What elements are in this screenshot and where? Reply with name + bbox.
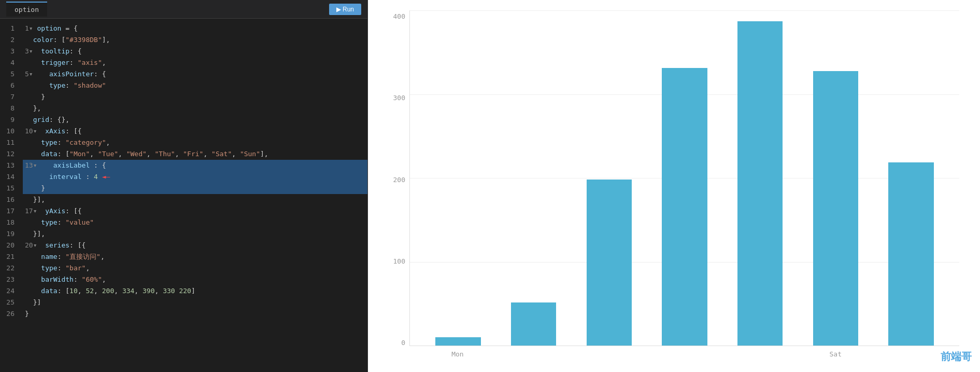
y-label-300: 300 (393, 94, 405, 101)
bar-group-sat (798, 13, 874, 346)
bar-mon (435, 337, 480, 346)
bar-sun (888, 162, 933, 346)
x-label-group-fri (722, 346, 798, 362)
bar-group-mon (420, 13, 496, 346)
code-line-14: interval : 4 ◄— (23, 171, 367, 183)
code-line-18: type: "value" (23, 217, 367, 228)
bar-fri (737, 21, 783, 346)
y-label-200: 200 (393, 176, 405, 183)
code-line-3: 3▾ tooltip: { (23, 46, 367, 57)
code-line-4: trigger: "axis", (23, 57, 367, 68)
bar-group-thu (647, 13, 722, 346)
code-editor: option ▶ Run 123456789101112131415161718… (0, 0, 368, 372)
x-label-group-thu (647, 346, 722, 362)
code-line-16: }], (23, 194, 367, 205)
x-label-group-sat: Sat (798, 346, 873, 362)
x-label-sat: Sat (829, 350, 841, 358)
code-line-9: grid: {}, (23, 114, 367, 126)
code-line-7: } (23, 91, 367, 103)
x-axis: MonSat (409, 346, 959, 362)
code-line-11: type: "category", (23, 137, 367, 148)
code-line-21: name: "直接访问", (23, 251, 367, 263)
code-line-6: type: "shadow" (23, 80, 367, 91)
code-line-13: 13▾ axisLabel : { (23, 160, 367, 171)
code-line-17: 17▾ yAxis: [{ (23, 205, 367, 217)
watermark: 前端哥 (941, 350, 972, 364)
bars-area (409, 10, 959, 346)
code-line-8: }, (23, 103, 367, 114)
code-line-25: }] (23, 297, 367, 308)
code-line-20: 20▾ series: [{ (23, 240, 367, 251)
x-label-mon: Mon (451, 350, 463, 358)
chart-area: 4003002001000 MonSat (384, 10, 959, 362)
x-label-group-sun (873, 346, 949, 362)
code-body: 1234567891011121314151617181920212223242… (0, 19, 367, 372)
bar-wed (587, 180, 632, 346)
code-line-1: 1▾ option = { (23, 23, 367, 34)
code-content[interactable]: 1▾ option = { color: ["#3398DB"],3▾ tool… (19, 19, 367, 372)
bar-group-fri (722, 13, 798, 346)
bar-group-sun (873, 13, 949, 346)
bars-wrapper (410, 10, 959, 346)
bar-sat (813, 71, 858, 346)
code-line-23: barWidth: "60%", (23, 274, 367, 285)
code-line-15: } (23, 183, 367, 194)
x-label-group-mon: Mon (420, 346, 495, 362)
bar-group-wed (571, 13, 647, 346)
y-label-0: 0 (401, 339, 405, 346)
code-line-26: } (23, 308, 367, 320)
code-line-5: 5▾ axisPointer: { (23, 68, 367, 80)
code-line-24: data: [10, 52, 200, 334, 390, 330 220] (23, 285, 367, 297)
run-button[interactable]: ▶ Run (329, 4, 361, 15)
bar-tue (511, 302, 556, 346)
code-line-22: type: "bar", (23, 263, 367, 274)
code-line-19: }], (23, 228, 367, 240)
tab-label: option (15, 6, 39, 13)
x-label-group-wed (571, 346, 647, 362)
y-axis: 4003002001000 (384, 10, 409, 362)
chart-panel: 4003002001000 MonSat 前端哥 (368, 0, 980, 372)
bar-thu (662, 68, 707, 346)
editor-tab[interactable]: option (6, 2, 47, 17)
chart-inner: MonSat (409, 10, 959, 362)
y-label-100: 100 (393, 258, 405, 265)
code-line-10: 10▾ xAxis: [{ (23, 126, 367, 137)
code-line-2: color: ["#3398DB"], (23, 34, 367, 46)
editor-header: option ▶ Run (0, 0, 367, 19)
line-numbers: 1234567891011121314151617181920212223242… (0, 19, 19, 372)
y-label-400: 400 (393, 13, 405, 20)
code-line-12: data: ["Mon", "Tue", "Wed", "Thu", "Fri"… (23, 148, 367, 160)
x-label-group-tue (495, 346, 571, 362)
chart-container: 4003002001000 MonSat (384, 10, 959, 362)
bar-group-tue (496, 13, 572, 346)
